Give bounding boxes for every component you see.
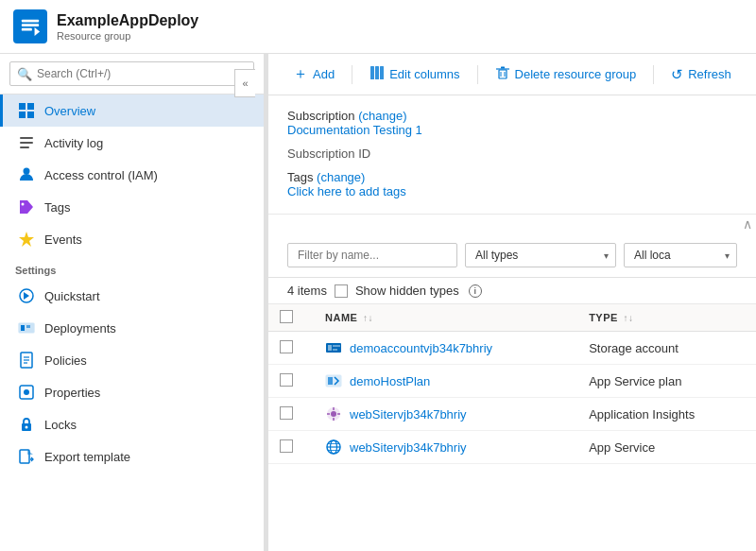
subscription-change-link[interactable]: (change) [358,109,406,123]
sidebar-item-export-template-label: Export template [44,450,130,464]
sidebar-item-properties[interactable]: Properties [0,376,264,408]
app-icon [13,9,47,43]
delete-button[interactable]: Delete resource group [486,60,646,88]
svg-point-11 [24,168,30,175]
table-row: demoaccountvjb34k7bhriy Storage account [268,332,756,365]
search-icon: 🔍 [17,67,32,81]
table-row: demoHostPlan App Service plan [268,365,756,398]
sidebar-item-iam[interactable]: Access control (IAM) [0,159,264,191]
name-sort-icon[interactable]: ↑↓ [363,313,373,323]
svg-rect-31 [380,66,384,79]
sidebar-item-activity-log[interactable]: Activity log [0,127,264,159]
show-hidden-checkbox[interactable] [335,284,348,298]
refresh-button[interactable]: ↺ Refresh [662,61,741,88]
subscription-label: Subscription [287,109,355,123]
cell-name-3: webSitervjb34k7bhriy [325,405,566,422]
svg-marker-14 [19,232,34,247]
content-area: ＋ Add Edit columns [268,54,756,551]
deployments-icon [18,319,35,336]
collapse-button[interactable]: « [234,69,255,97]
svg-rect-0 [22,20,39,23]
sidebar-item-quickstart-label: Quickstart [44,289,100,303]
sidebar: 🔍 « Overview [0,54,265,551]
subscription-id-row: Subscription ID [287,146,737,161]
quickstart-icon [18,287,35,304]
tags-icon [18,198,35,215]
header-type-col: TYPE ↑↓ [577,304,756,332]
app-header: ExampleAppDeploy Resource group [0,0,756,54]
sidebar-item-locks-label: Locks [44,418,77,432]
sidebar-item-deployments[interactable]: Deployments [0,312,264,344]
resource-icon-2 [325,372,342,389]
cell-type-4: App Service [577,431,756,464]
resource-link-3[interactable]: webSitervjb34k7bhriy [350,407,467,422]
edit-columns-button[interactable]: Edit columns [360,60,469,88]
location-filter-wrap: All loca ▾ [624,243,737,267]
location-filter-select[interactable]: All loca [624,243,737,267]
type-sort-icon[interactable]: ↑↓ [623,313,633,323]
cell-name-1: demoaccountvjb34k7bhriy [325,339,566,356]
svg-rect-4 [19,103,26,110]
tags-add-link[interactable]: Click here to add tags [287,184,406,198]
svg-rect-40 [333,349,337,351]
resource-icon-1 [325,339,342,356]
sidebar-item-export-template[interactable]: Export template [0,440,264,473]
svg-rect-5 [27,103,34,110]
filter-by-name-input[interactable] [287,243,457,267]
svg-rect-29 [370,66,374,79]
sidebar-item-tags[interactable]: Tags [0,191,264,223]
sidebar-item-quickstart[interactable]: Quickstart [0,280,264,312]
table-header-row: NAME ↑↓ TYPE ↑↓ [268,304,756,332]
subscription-name[interactable]: Documentation Testing 1 [287,123,737,137]
sidebar-item-properties-label: Properties [44,386,100,400]
resize-handle[interactable] [265,54,268,551]
svg-rect-1 [22,24,39,26]
sidebar-item-policies[interactable]: Policies [0,344,264,376]
svg-point-24 [24,389,29,395]
table-row: webSitervjb34k7bhriy Application Insight… [268,398,756,431]
sidebar-item-locks[interactable]: Locks [0,408,264,440]
search-wrap: 🔍 « [9,61,254,86]
toolbar-divider-2 [477,65,478,84]
tags-label: Tags [287,170,313,184]
svg-rect-34 [501,67,505,69]
row-checkbox-4[interactable] [280,439,293,453]
resource-link-4[interactable]: webSitervjb34k7bhriy [350,440,467,455]
row-checkbox-3[interactable] [280,406,293,420]
add-icon: ＋ [293,64,308,84]
add-button[interactable]: ＋ Add [284,60,344,89]
sidebar-item-overview[interactable]: Overview [0,95,264,127]
info-panel: Subscription (change) Documentation Test… [268,95,756,208]
resource-link-1[interactable]: demoaccountvjb34k7bhriy [350,341,492,355]
main-layout: 🔍 « Overview [0,54,756,551]
type-filter-select[interactable]: All types [465,243,616,267]
tags-change-link[interactable]: (change) [317,170,365,184]
search-input[interactable] [9,61,254,86]
export-template-icon [18,448,35,465]
row-checkbox-1[interactable] [280,340,293,353]
sidebar-item-iam-label: Access control (IAM) [44,168,158,182]
header-checkbox-col [268,304,314,332]
filter-bar: All types ▾ All loca ▾ [268,233,756,278]
svg-rect-10 [20,146,29,148]
items-count-row: 4 items Show hidden types i [268,278,756,304]
show-hidden-info-icon[interactable]: i [469,284,482,298]
overview-icon [18,102,35,119]
app-title: ExampleAppDeploy [57,11,198,29]
tags-row: Tags (change) Click here to add tags [287,170,737,198]
svg-rect-18 [26,325,30,328]
subscription-id-label: Subscription ID [287,146,370,161]
sidebar-search-container: 🔍 « [0,54,264,95]
delete-icon [495,65,510,83]
svg-rect-17 [21,325,25,331]
toolbar: ＋ Add Edit columns [268,54,756,95]
row-checkbox-2[interactable] [280,373,293,387]
sidebar-item-events[interactable]: Events [0,223,264,255]
subscription-row: Subscription (change) Documentation Test… [287,109,737,137]
svg-rect-39 [333,345,340,347]
svg-rect-42 [328,377,333,385]
items-count: 4 items [287,284,327,298]
resource-link-2[interactable]: demoHostPlan [350,374,430,388]
select-all-checkbox[interactable] [280,310,293,323]
svg-rect-2 [22,28,32,31]
